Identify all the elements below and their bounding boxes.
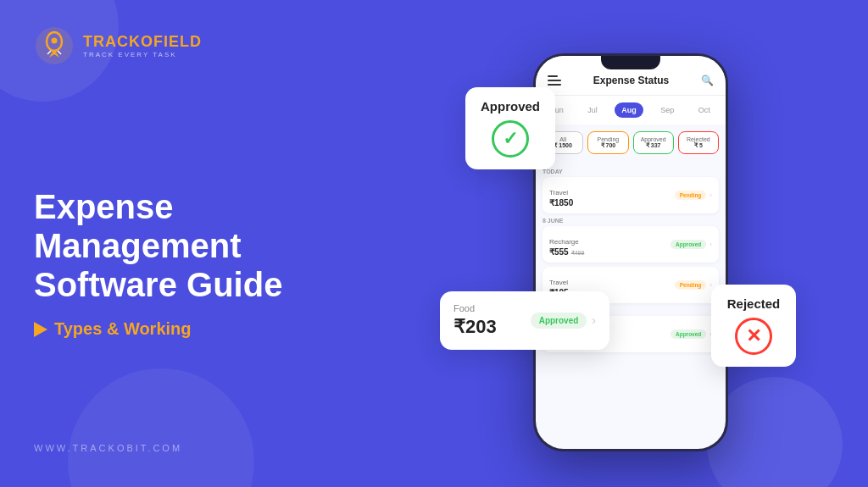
float-rejected-label: Rejected [727, 296, 781, 311]
badge-pending-travel2: Pending [675, 280, 707, 290]
phone-notch [601, 56, 660, 69]
website-text: WWW.TRACKOBIT.COM [34, 443, 373, 453]
badge-pending-travel: Pending [675, 191, 707, 200]
float-food-card: Food ₹203 Approved › [440, 291, 609, 350]
float-approved-label: Approved [481, 99, 540, 113]
month-tab-jul[interactable]: Jul [581, 102, 604, 118]
main-content: Expense ManagementSoftware Guide Types &… [34, 66, 373, 443]
filter-rejected-amount: ₹ 5 [682, 142, 715, 149]
right-panel: Approved ✓ Expense Status 🔍 Jun [393, 0, 868, 487]
food-card-left: Food ₹203 [453, 303, 497, 338]
sub-heading-text: Types & Working [54, 319, 192, 339]
month-tabs: Jun Jul Aug Sep Oct [536, 96, 726, 125]
phone-screen: Expense Status 🔍 Jun Jul Aug Sep Oct All… [536, 56, 726, 449]
logo-icon [34, 25, 75, 66]
logo-name: TRACKOFIELD [83, 34, 202, 49]
food-status-badge: Approved [531, 313, 587, 329]
play-icon [34, 322, 47, 337]
phone-frame: Expense Status 🔍 Jun Jul Aug Sep Oct All… [533, 53, 728, 451]
month-tab-aug[interactable]: Aug [615, 102, 643, 118]
expense-item-recharge[interactable]: Recharge ₹555 ₹499 Approved › [542, 226, 719, 263]
expense-recharge-info: Recharge ₹555 ₹499 [549, 232, 584, 257]
badge-approved-recharge: Approved [670, 240, 706, 249]
filter-approved[interactable]: Approved ₹ 337 [633, 131, 674, 154]
logo-tagline: TRACK EVERY TASK [83, 51, 202, 58]
app-title: Expense Status [593, 75, 669, 86]
logo-text: TRACKOFIELD TRACK EVERY TASK [83, 34, 202, 58]
badge-approved-fuel: Approved [670, 329, 706, 339]
check-mark: ✓ [503, 128, 518, 150]
filter-pending[interactable]: Pending ₹ 700 [587, 131, 628, 154]
x-mark: ✕ [746, 325, 761, 347]
logo-name-part2: FIELD [153, 33, 202, 50]
chevron-recharge: › [709, 241, 712, 248]
float-approved-card: Approved ✓ [465, 87, 555, 169]
expense-item-travel[interactable]: Travel ₹1850 Pending › [542, 177, 719, 213]
main-heading: Expense ManagementSoftware Guide [34, 187, 373, 304]
status-filters: All ₹ 1500 Pending ₹ 700 Approved ₹ 337 … [536, 125, 726, 161]
logo-area: TRACKOFIELD TRACK EVERY TASK [34, 25, 373, 66]
filter-approved-amount: ₹ 337 [637, 142, 670, 149]
check-circle: ✓ [492, 120, 529, 158]
hamburger-icon[interactable] [548, 75, 561, 86]
month-tab-oct[interactable]: Oct [692, 102, 717, 118]
search-icon[interactable]: 🔍 [701, 75, 714, 86]
filter-approved-label: Approved [637, 136, 670, 142]
logo-name-part1: TRACKO [83, 33, 153, 50]
svg-point-2 [52, 38, 58, 44]
food-chevron: › [592, 313, 596, 327]
food-card-right: Approved › [531, 313, 596, 329]
month-tab-sep[interactable]: Sep [654, 102, 681, 118]
filter-rejected-label: Rejected [682, 136, 715, 142]
expense-travel-info: Travel ₹1850 [549, 183, 573, 208]
sub-heading: Types & Working [34, 319, 373, 339]
chevron-travel2: › [709, 281, 712, 289]
food-category: Food [453, 303, 497, 313]
food-amount: ₹203 [453, 316, 497, 338]
filter-rejected[interactable]: Rejected ₹ 5 [678, 131, 719, 154]
date-today: TODAY [542, 169, 719, 174]
filter-pending-amount: ₹ 700 [592, 142, 624, 149]
left-panel: TRACKOFIELD TRACK EVERY TASK Expense Man… [0, 0, 407, 487]
filter-pending-label: Pending [592, 136, 624, 142]
date-8june: 8 JUNE [542, 218, 719, 224]
float-rejected-card: Rejected ✕ [711, 285, 796, 367]
phone-wrapper: Approved ✓ Expense Status 🔍 Jun [533, 53, 728, 451]
chevron-travel: › [709, 191, 712, 199]
x-circle: ✕ [735, 318, 772, 355]
